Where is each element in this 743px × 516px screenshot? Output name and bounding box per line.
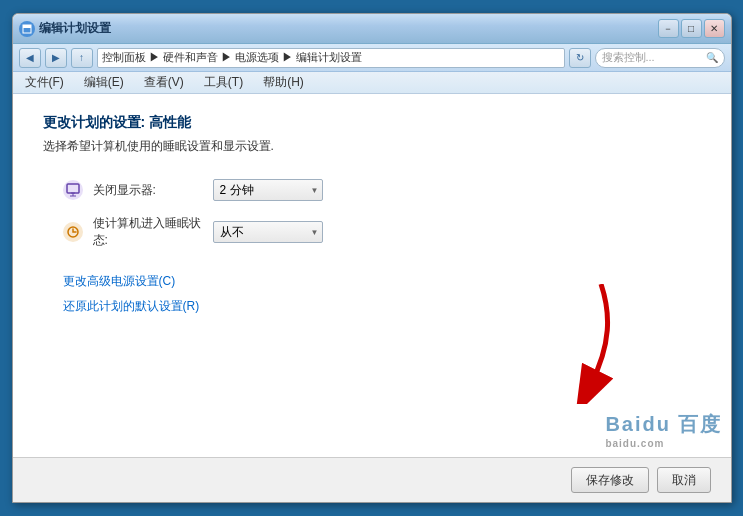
forward-button[interactable]: ▶ (45, 48, 67, 68)
monitor-select[interactable]: 1 分钟 2 分钟 5 分钟 10 分钟 从不 (213, 179, 323, 201)
forward-icon: ▶ (52, 52, 60, 63)
cancel-button[interactable]: 取消 (657, 467, 711, 493)
sleep-label: 使计算机进入睡眠状态: (93, 215, 203, 249)
up-button[interactable]: ↑ (71, 48, 93, 68)
content-area: 更改计划的设置: 高性能 选择希望计算机使用的睡眠设置和显示设置. 关闭显示器:… (13, 94, 731, 457)
watermark-baidu: Baidu 百度 (605, 411, 722, 438)
watermark-url: baidu.com (605, 438, 722, 449)
search-box[interactable]: 搜索控制... 🔍 (595, 48, 725, 68)
back-button[interactable]: ◀ (19, 48, 41, 68)
close-button[interactable]: ✕ (704, 19, 725, 38)
refresh-icon: ↻ (576, 52, 584, 63)
breadcrumb: 控制面板 ▶ 硬件和声音 ▶ 电源选项 ▶ 编辑计划设置 (97, 48, 565, 68)
title-bar: 编辑计划设置 － □ ✕ (13, 14, 731, 44)
page-subtitle: 选择希望计算机使用的睡眠设置和显示设置. (43, 138, 701, 155)
monitor-select-wrapper: 1 分钟 2 分钟 5 分钟 10 分钟 从不 (213, 179, 323, 201)
title-controls: － □ ✕ (658, 19, 725, 38)
save-button[interactable]: 保存修改 (571, 467, 649, 493)
search-icon: 🔍 (706, 52, 718, 63)
refresh-button[interactable]: ↻ (569, 48, 591, 68)
settings-grid: 关闭显示器: 1 分钟 2 分钟 5 分钟 10 分钟 从不 (63, 179, 701, 249)
main-window: 编辑计划设置 － □ ✕ ◀ ▶ ↑ 控制面板 ▶ 硬件和声音 ▶ 电源选项 ▶… (12, 13, 732, 503)
breadcrumb-text: 控制面板 ▶ 硬件和声音 ▶ 电源选项 ▶ 编辑计划设置 (102, 50, 362, 65)
menu-view[interactable]: 查看(V) (140, 72, 188, 93)
search-placeholder: 搜索控制... (602, 50, 655, 65)
window-title: 编辑计划设置 (39, 20, 111, 37)
title-bar-left: 编辑计划设置 (19, 20, 111, 37)
menu-tools[interactable]: 工具(T) (200, 72, 247, 93)
monitor-label: 关闭显示器: (93, 182, 203, 199)
bottom-bar: 保存修改 取消 (13, 457, 731, 502)
red-arrow-annotation (551, 284, 631, 407)
window-icon (19, 21, 35, 37)
maximize-button[interactable]: □ (681, 19, 702, 38)
sleep-icon (63, 222, 83, 242)
back-icon: ◀ (26, 52, 34, 63)
minimize-button[interactable]: － (658, 19, 679, 38)
monitor-setting-row: 关闭显示器: 1 分钟 2 分钟 5 分钟 10 分钟 从不 (63, 179, 701, 201)
up-icon: ↑ (79, 52, 84, 63)
sleep-select-wrapper: 1 分钟 5 分钟 10 分钟 从不 (213, 221, 323, 243)
watermark: Baidu 百度 baidu.com (605, 411, 722, 449)
menu-help[interactable]: 帮助(H) (259, 72, 308, 93)
sleep-setting-row: 使计算机进入睡眠状态: 1 分钟 5 分钟 10 分钟 从不 (63, 215, 701, 249)
page-title: 更改计划的设置: 高性能 (43, 114, 701, 132)
svg-rect-1 (23, 25, 31, 28)
sleep-select[interactable]: 1 分钟 5 分钟 10 分钟 从不 (213, 221, 323, 243)
address-bar: ◀ ▶ ↑ 控制面板 ▶ 硬件和声音 ▶ 电源选项 ▶ 编辑计划设置 ↻ 搜索控… (13, 44, 731, 72)
menu-bar: 文件(F) 编辑(E) 查看(V) 工具(T) 帮助(H) (13, 72, 731, 94)
menu-file[interactable]: 文件(F) (21, 72, 68, 93)
monitor-icon (63, 180, 83, 200)
svg-rect-2 (67, 184, 79, 193)
menu-edit[interactable]: 编辑(E) (80, 72, 128, 93)
